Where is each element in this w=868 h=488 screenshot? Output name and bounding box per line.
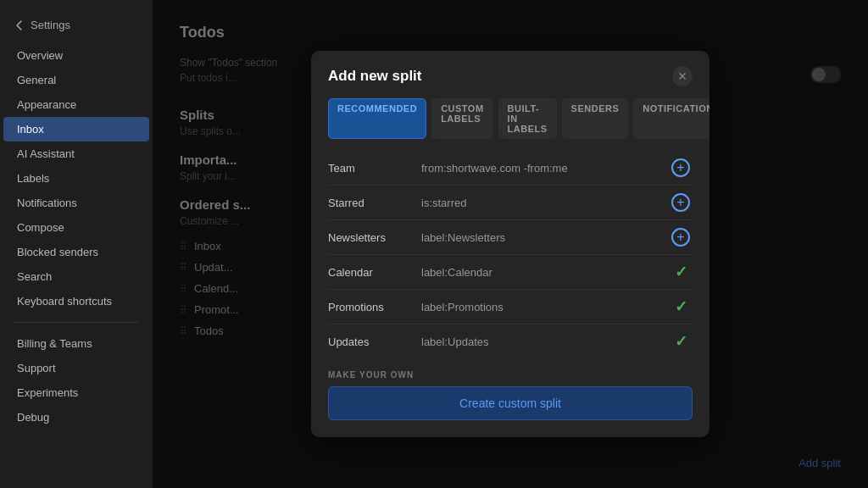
make-own-label: Make your own [311,358,709,386]
split-query: from:shortwave.com -from:me [421,162,669,175]
sidebar-nav-bottom: Billing & TeamsSupportExperimentsDebug [0,331,153,430]
create-custom-split-button[interactable]: Create custom split [328,386,693,420]
split-row: Starred is:starred + [328,186,693,220]
split-name: Promotions [328,301,421,313]
add-split-button[interactable]: + [671,228,690,247]
split-added-check: ✓ [675,332,687,351]
split-added-check: ✓ [675,263,687,281]
modal-tab-notifications[interactable]: Notifications [633,98,709,139]
split-row: Updates label:Updates ✓ [328,324,693,358]
split-row: Calendar label:Calendar ✓ [328,255,693,290]
sidebar-item-debug[interactable]: Debug [3,405,149,430]
sidebar-item-support[interactable]: Support [3,356,149,380]
split-action: ✓ [669,297,693,316]
split-action: ✓ [669,263,693,281]
modal-close-button[interactable]: × [672,66,693,86]
sidebar-divider [14,322,139,323]
modal-title: Add new split [328,68,422,85]
split-query: is:starred [421,197,669,209]
split-name: Team [328,162,421,175]
sidebar-nav-top: OverviewGeneralAppearanceInboxAI Assista… [0,43,153,313]
sidebar-item-ai-assistant[interactable]: AI Assistant [3,141,149,166]
split-action: + [669,228,693,247]
split-action: + [669,193,693,212]
sidebar-item-general[interactable]: General [3,68,149,92]
modal-tabs: RecommendedCustom LabelsBuilt-In LabelsS… [311,98,709,151]
add-split-modal: Add new split × RecommendedCustom Labels… [311,51,709,437]
split-row: Promotions label:Promotions ✓ [328,290,693,324]
back-icon [14,19,25,31]
main-content: Todos Show "Todos" section Put todos i..… [153,0,868,488]
sidebar-item-experiments[interactable]: Experiments [3,380,149,405]
split-action: + [669,158,693,177]
sidebar-item-overview[interactable]: Overview [3,43,149,68]
split-added-check: ✓ [675,297,687,316]
add-split-button[interactable]: + [671,158,690,177]
split-name: Newsletters [328,231,421,244]
modal-tab-built-in-labels[interactable]: Built-In Labels [498,98,557,139]
split-rows-list: Team from:shortwave.com -from:me + Starr… [311,151,709,358]
sidebar-item-compose[interactable]: Compose [3,215,149,240]
sidebar-item-appearance[interactable]: Appearance [3,92,149,117]
modal-overlay: Add new split × RecommendedCustom Labels… [153,0,868,488]
split-query: label:Promotions [421,301,669,313]
split-query: label:Calendar [421,266,669,279]
sidebar-item-search[interactable]: Search [3,264,149,289]
split-query: label:Updates [421,336,669,348]
sidebar-item-inbox[interactable]: Inbox [3,117,149,141]
sidebar: Settings OverviewGeneralAppearanceInboxA… [0,0,153,488]
modal-header: Add new split × [311,51,709,98]
sidebar-item-blocked-senders[interactable]: Blocked senders [3,240,149,264]
split-name: Calendar [328,266,421,279]
sidebar-item-labels[interactable]: Labels [3,166,149,191]
split-name: Starred [328,197,421,209]
sidebar-back-button[interactable]: Settings [0,14,153,43]
sidebar-item-keyboard-shortcuts[interactable]: Keyboard shortcuts [3,289,149,313]
sidebar-item-billing[interactable]: Billing & Teams [3,331,149,356]
modal-tab-custom-labels[interactable]: Custom Labels [431,98,492,139]
sidebar-back-label: Settings [31,19,70,31]
modal-tab-recommended[interactable]: Recommended [328,98,426,139]
split-name: Updates [328,336,421,348]
add-split-button[interactable]: + [671,193,690,212]
split-row: Team from:shortwave.com -from:me + [328,151,693,186]
modal-tab-senders[interactable]: Senders [562,98,629,139]
sidebar-item-notifications[interactable]: Notifications [3,191,149,215]
split-query: label:Newsletters [421,231,669,244]
split-action: ✓ [669,332,693,351]
split-row: Newsletters label:Newsletters + [328,220,693,255]
